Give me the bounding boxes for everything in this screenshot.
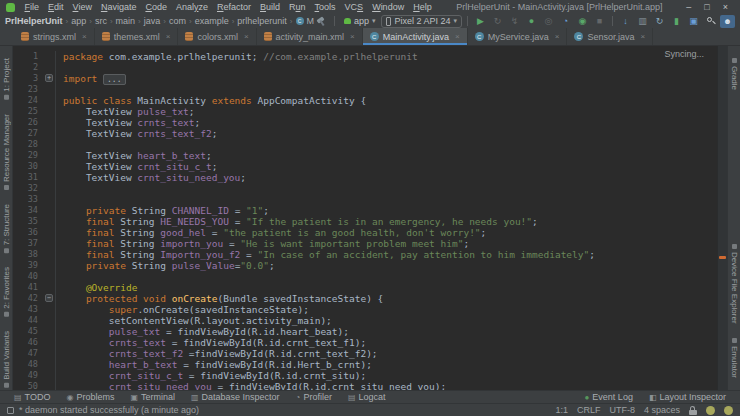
device-selector[interactable]: Pixel 2 API 24 ▾ [381, 15, 462, 28]
attach-to-process-icon[interactable]: ▥ [635, 15, 650, 28]
fold-column[interactable] [43, 348, 56, 359]
tab-colors-xml[interactable]: colors.xml× [178, 28, 256, 45]
menu-run[interactable]: Run [285, 2, 311, 12]
fold-column[interactable] [43, 51, 56, 62]
toolwindow-button-resource-manager[interactable]: Resource Manager [2, 114, 11, 190]
line-number[interactable]: 29 [13, 150, 43, 161]
fold-column[interactable] [43, 128, 56, 139]
line-number[interactable]: 24 [13, 95, 43, 106]
breadcrumb-item-app[interactable]: app [71, 16, 86, 26]
line-number[interactable]: 33 [13, 194, 43, 205]
encoding-indicator[interactable]: UTF-8 [609, 405, 635, 415]
line-number[interactable]: 50 [13, 381, 43, 390]
line-number[interactable]: 39 [13, 260, 43, 271]
fold-column[interactable] [43, 249, 56, 260]
line-number[interactable]: 42 [13, 293, 43, 304]
toolwindow-button-logcat[interactable]: ▤Logcat [340, 392, 394, 402]
fold-column[interactable] [43, 337, 56, 348]
line-number[interactable]: 37 [13, 238, 43, 249]
indent-indicator[interactable]: 4 spaces [644, 405, 680, 415]
breadcrumb-item-example[interactable]: example [195, 16, 229, 26]
fold-column[interactable] [43, 84, 56, 95]
menu-window[interactable]: Window [368, 2, 409, 12]
fold-column[interactable] [43, 62, 56, 73]
toolwindow-button-event-log[interactable]: ●Event Log [577, 392, 641, 402]
fold-column[interactable] [43, 304, 56, 315]
fold-column[interactable] [43, 260, 56, 271]
tab-mainactivity-java[interactable]: CMainActivity.java× [363, 28, 468, 45]
toolwindow-button-problems[interactable]: ◉Problems [58, 392, 122, 402]
fold-column[interactable]: − [43, 293, 56, 304]
line-number[interactable]: 26 [13, 117, 43, 128]
toolwindow-button-database-inspector[interactable]: ▥Database Inspector [183, 392, 288, 402]
line-number[interactable]: 30 [13, 161, 43, 172]
line-number[interactable]: 48 [13, 359, 43, 370]
menu-edit[interactable]: Edit [44, 2, 69, 12]
fold-column[interactable] [43, 161, 56, 172]
toolwindow-button-gradle[interactable]: Gradle [730, 58, 739, 90]
menu-refactor[interactable]: Refactor [213, 2, 256, 12]
apply-code-changes-button[interactable]: ↯ [507, 15, 522, 28]
line-number[interactable]: 49 [13, 370, 43, 381]
line-number[interactable]: 34 [13, 205, 43, 216]
fold-column[interactable] [43, 205, 56, 216]
folded-imports-region[interactable]: ... [103, 74, 125, 85]
search-everywhere-icon[interactable] [703, 15, 718, 28]
toolwindow-button-2-favorites[interactable]: 2: Favorites [2, 267, 11, 317]
fold-column[interactable] [43, 183, 56, 194]
fold-column[interactable] [43, 194, 56, 205]
device-manager-icon[interactable]: ▮ [669, 15, 684, 28]
menu-code[interactable]: Code [141, 2, 172, 12]
line-number[interactable]: 45 [13, 326, 43, 337]
stop-button[interactable]: ■ [592, 15, 607, 28]
line-number[interactable]: 32 [13, 183, 43, 194]
fold-marker-icon[interactable]: + [45, 74, 53, 82]
caret-position[interactable]: 1:1 [555, 405, 568, 415]
tab-activity-main-xml[interactable]: activity_main.xml× [257, 28, 363, 45]
breadcrumb-item-java[interactable]: java [144, 16, 161, 26]
fold-column[interactable] [43, 227, 56, 238]
fold-column[interactable] [43, 370, 56, 381]
fold-column[interactable] [43, 106, 56, 117]
toolwindow-button-emulator[interactable]: Emulator [730, 338, 739, 378]
breadcrumb-item-com[interactable]: com [169, 16, 186, 26]
breadcrumb-item-prlhelperunit[interactable]: prlhelperunit [237, 16, 287, 26]
line-number[interactable]: 36 [13, 227, 43, 238]
line-number[interactable]: 23 [13, 84, 43, 95]
run-configuration-selector[interactable]: app ▾ [340, 15, 380, 28]
build-hammer-icon[interactable] [314, 15, 329, 28]
apply-changes-button[interactable]: ↻ [490, 15, 505, 28]
fold-column[interactable]: + [43, 73, 56, 84]
debug-button[interactable]: ● [524, 15, 539, 28]
fold-column[interactable] [43, 139, 56, 150]
fold-column[interactable] [43, 326, 56, 337]
fold-marker-icon[interactable]: − [45, 294, 53, 302]
profile-low-overhead-button[interactable]: ◉ [575, 15, 590, 28]
menu-help[interactable]: Help [409, 2, 437, 12]
profile-avatar[interactable]: ☻ [720, 15, 735, 28]
menu-view[interactable]: View [68, 2, 96, 12]
line-number[interactable]: 1 [13, 51, 43, 62]
error-stripe-scrollbar[interactable] [717, 46, 727, 390]
fold-column[interactable] [43, 150, 56, 161]
tab-close-icon[interactable]: × [350, 32, 355, 41]
sync-gradle-icon[interactable]: ↻ [652, 15, 667, 28]
tab-close-icon[interactable]: × [244, 32, 249, 41]
code-editor[interactable]: 1package com.example.prlhelperunit; //co… [13, 46, 717, 390]
tab-strings-xml[interactable]: strings.xml× [14, 28, 95, 45]
fold-column[interactable] [43, 238, 56, 249]
line-number[interactable]: 43 [13, 304, 43, 315]
tab-close-icon[interactable]: × [555, 32, 560, 41]
fold-column[interactable] [43, 271, 56, 282]
sdk-manager-icon[interactable]: ▣ [686, 15, 701, 28]
menu-vcs[interactable]: VCS [340, 2, 368, 12]
line-number[interactable]: 47 [13, 348, 43, 359]
toolwindow-button-profiler[interactable]: ◔Profiler [288, 392, 340, 402]
line-number[interactable]: 2 [13, 62, 43, 73]
breadcrumb-item-main[interactable]: main [116, 16, 136, 26]
breadcrumb-item-mainactivity[interactable]: CMainActivity [296, 16, 314, 26]
line-number[interactable]: 38 [13, 249, 43, 260]
tab-close-icon[interactable]: × [82, 32, 87, 41]
breadcrumb-item-src[interactable]: src [95, 16, 107, 26]
tab-close-icon[interactable]: × [455, 32, 460, 41]
